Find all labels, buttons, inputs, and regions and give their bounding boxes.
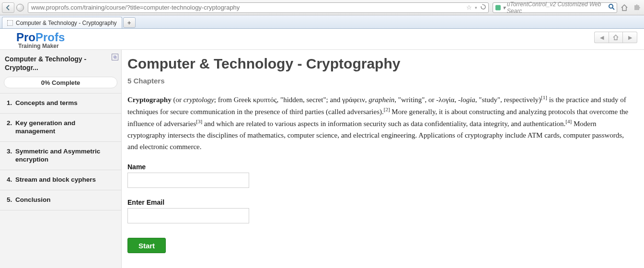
tab-favicon bbox=[7, 20, 13, 26]
url-text: www.proprofs.com/training/course/?title=… bbox=[31, 4, 240, 11]
browser-search-box[interactable]: ▾ uTorrentControl_v2 Customized Web Sear… bbox=[493, 2, 617, 13]
chapter-item-1[interactable]: 1.Concepts and terms bbox=[0, 93, 121, 113]
start-button[interactable]: Start bbox=[127, 238, 166, 253]
browser-tab-bar: Computer & Technology - Cryptography + bbox=[0, 15, 644, 29]
logo[interactable]: ProProfs Training Maker bbox=[16, 31, 65, 51]
back-button[interactable] bbox=[2, 2, 14, 13]
site-identity-icon[interactable] bbox=[16, 4, 24, 12]
svg-line-2 bbox=[612, 8, 614, 10]
svg-point-1 bbox=[609, 4, 613, 8]
name-label: Name bbox=[127, 163, 635, 171]
progress-text: 0% Complete bbox=[41, 79, 80, 86]
dropdown-arrow-icon[interactable]: ▾ bbox=[475, 5, 477, 10]
tab-title: Computer & Technology - Cryptography bbox=[16, 20, 117, 26]
search-go-icon[interactable] bbox=[608, 3, 615, 12]
addon-icon[interactable] bbox=[633, 4, 640, 11]
svg-point-5 bbox=[639, 7, 640, 8]
chapter-item-5[interactable]: 5.Conclusion bbox=[0, 190, 121, 210]
chapter-item-4[interactable]: 4.Stream and block cyphers bbox=[0, 170, 121, 190]
logo-subtitle: Training Maker bbox=[18, 43, 59, 49]
email-label: Enter Email bbox=[127, 198, 635, 206]
sidebar-course-title: Computer & Technology - Cryptogr... bbox=[5, 55, 116, 72]
course-next-button[interactable]: ▶ bbox=[623, 32, 637, 43]
new-tab-button[interactable]: + bbox=[123, 17, 136, 28]
url-bar[interactable]: www.proprofs.com/training/course/?title=… bbox=[28, 2, 489, 13]
search-placeholder: uTorrentControl_v2 Customized Web Searc bbox=[507, 1, 608, 14]
main-content: Computer & Technology - Cryptography 5 C… bbox=[122, 50, 644, 268]
page-header: ProProfs Training Maker ◀ ▶ bbox=[0, 29, 644, 50]
name-input[interactable] bbox=[127, 173, 249, 188]
svg-rect-0 bbox=[495, 5, 501, 10]
chapter-item-2[interactable]: 2.Key generation and management bbox=[0, 113, 121, 141]
logo-profs: Profs bbox=[35, 31, 65, 44]
reload-icon[interactable] bbox=[480, 4, 486, 12]
home-button[interactable] bbox=[620, 3, 629, 12]
chapter-count: 5 Chapters bbox=[127, 77, 635, 85]
chapter-list: 1.Concepts and terms 2.Key generation an… bbox=[0, 93, 121, 210]
course-prev-button[interactable]: ◀ bbox=[594, 32, 609, 43]
search-provider-icon bbox=[495, 4, 501, 11]
svg-rect-3 bbox=[634, 5, 639, 10]
chapter-item-3[interactable]: 3.Symmetric and Asymmetric encryption bbox=[0, 141, 121, 170]
course-home-button[interactable] bbox=[609, 32, 623, 43]
bookmark-star-icon[interactable]: ☆ bbox=[466, 4, 472, 11]
email-input[interactable] bbox=[127, 208, 249, 223]
browser-toolbar: www.proprofs.com/training/course/?title=… bbox=[0, 0, 644, 15]
popout-icon[interactable]: ⧉ bbox=[112, 54, 118, 60]
page-title: Computer & Technology - Cryptography bbox=[127, 56, 635, 72]
course-nav-buttons: ◀ ▶ bbox=[594, 32, 637, 43]
logo-pro: Pro bbox=[16, 31, 35, 44]
progress-indicator: 0% Complete bbox=[4, 77, 117, 88]
svg-point-4 bbox=[636, 4, 638, 6]
sidebar: Computer & Technology - Cryptogr... ⧉ 0%… bbox=[0, 50, 122, 268]
browser-tab-active[interactable]: Computer & Technology - Cryptography bbox=[2, 17, 122, 28]
course-description: Cryptography (or cryptology; from Greek … bbox=[127, 93, 635, 152]
